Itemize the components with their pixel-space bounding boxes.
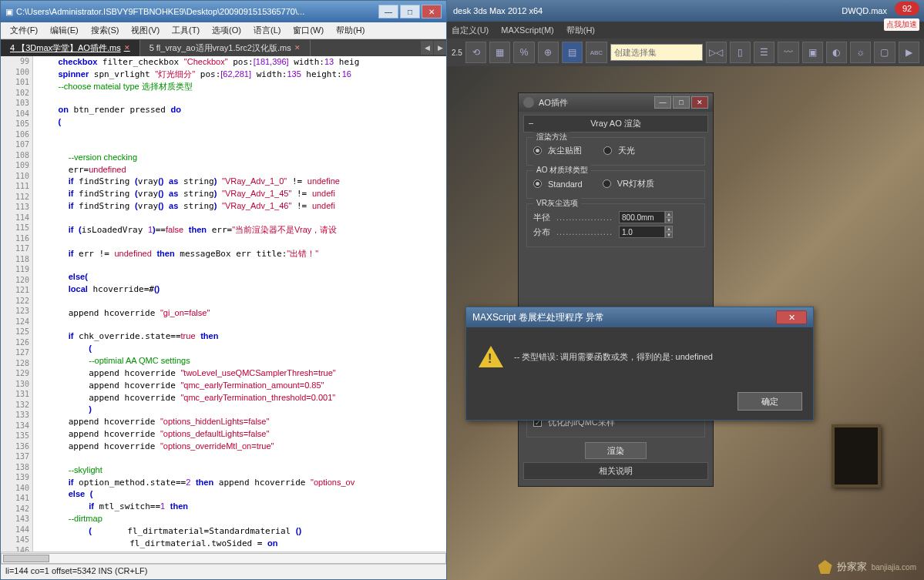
tool-render-setup-icon[interactable]: ☼ xyxy=(850,42,871,63)
snap-grid-icon[interactable]: ▦ xyxy=(489,42,510,63)
3dsmax-menu-bar: 自定义(U) MAXScript(M) 帮助(H) xyxy=(447,22,924,39)
ao-close-button[interactable]: ✕ xyxy=(691,96,708,109)
label-skylight: 天光 xyxy=(618,145,635,156)
error-footer: 确定 xyxy=(466,386,813,420)
menu-search[interactable]: 搜索(S) xyxy=(85,23,126,38)
ao-title-text: AO插件 xyxy=(539,97,654,109)
h-scrollbar[interactable] xyxy=(1,552,446,564)
dist-up-icon[interactable]: ▲ xyxy=(665,226,673,232)
3dsmax-title-bar: desk 3ds Max 2012 x64 DWQD.max xyxy=(447,0,924,22)
tabs-prev-icon[interactable]: ◀ xyxy=(421,41,433,55)
tool-curve-icon[interactable]: 〰 xyxy=(778,42,798,63)
tab-vray-ao[interactable]: 5 fl_vray_ao适用vray1.5rc2汉化版.ms✕ xyxy=(140,40,311,56)
tool-mirror-icon[interactable]: ▷◁ xyxy=(706,42,727,63)
script-close-button[interactable]: ✕ xyxy=(422,5,442,18)
radius-dn-icon[interactable]: ▼ xyxy=(665,217,673,223)
scene-photo-frame xyxy=(832,424,881,488)
tool-align-icon[interactable]: ▯ xyxy=(730,42,751,63)
group-render-method: 渲染方法 灰尘贴图 天光 xyxy=(526,137,705,166)
input-dist[interactable] xyxy=(619,226,665,238)
label-dirtmap: 灰尘贴图 xyxy=(548,145,582,156)
tab-close-icon[interactable]: ✕ xyxy=(124,44,130,52)
grp-label-method: 渲染方法 xyxy=(533,132,570,142)
render-button[interactable]: 渲染 xyxy=(585,442,647,459)
label-standard: Standard xyxy=(548,179,583,189)
script-minimize-button[interactable]: — xyxy=(378,5,398,18)
tool-render-icon[interactable]: ▶ xyxy=(899,42,919,63)
ao-section-about[interactable]: 相关说明 xyxy=(523,462,708,480)
label-vrlight: VR灯材质 xyxy=(617,178,654,189)
grp-label-dirt: VR灰尘选项 xyxy=(533,198,581,209)
ao-title-bar[interactable]: AO插件 — □ ✕ xyxy=(519,93,713,112)
watermark-url: banjiajia.com xyxy=(872,563,916,572)
radio-skylight[interactable] xyxy=(603,146,612,155)
radio-vrlight[interactable] xyxy=(603,179,611,188)
tabs-next-icon[interactable]: ▶ xyxy=(434,41,446,55)
snap-edge-icon[interactable]: ▤ xyxy=(562,42,583,63)
warning-icon xyxy=(479,344,503,369)
menu-view[interactable]: 视图(V) xyxy=(125,23,166,38)
menu-customize[interactable]: 自定义(U) xyxy=(452,25,489,36)
notification-badge[interactable]: 92 xyxy=(895,2,919,15)
menu-window[interactable]: 窗口(W) xyxy=(287,23,330,38)
snap-toggle-icon[interactable]: ⊕ xyxy=(538,42,559,63)
line-gutter: 99 100 101 102 103 104 105 106 107 108 1… xyxy=(1,56,33,552)
radio-standard[interactable] xyxy=(533,179,542,188)
error-title-bar[interactable]: MAXScript 卷展栏处理程序 异常 ✕ xyxy=(466,307,813,327)
menu-help-script[interactable]: 帮助(H) xyxy=(330,23,371,38)
ao-section-render[interactable]: –Vray AO 渲染 xyxy=(523,115,708,132)
radius-up-icon[interactable]: ▲ xyxy=(665,211,673,217)
script-status-bar: li=144 co=1 offset=5342 INS (CR+LF) xyxy=(1,564,446,579)
error-close-button[interactable]: ✕ xyxy=(776,310,807,324)
scroll-thumb[interactable] xyxy=(3,555,49,562)
menu-edit[interactable]: 编辑(E) xyxy=(44,23,85,38)
error-message: -- 类型错误: 调用需要函数或类，得到的是: undefined xyxy=(514,351,713,363)
menu-tools[interactable]: 工具(T) xyxy=(166,23,206,38)
grp-label-mtl: AO 材质球类型 xyxy=(533,165,591,176)
menu-file[interactable]: 文件(F) xyxy=(4,23,44,38)
menu-options[interactable]: 选项(O) xyxy=(206,23,247,38)
script-title-icon: ▣ xyxy=(5,7,13,17)
group-mtl-type: AO 材质球类型 Standard VR灯材质 xyxy=(526,170,705,199)
ao-minimize-button[interactable]: — xyxy=(654,96,671,109)
tool-schematic-icon[interactable]: ▣ xyxy=(802,42,823,63)
code-area[interactable]: checkbox filter_checkbox "Checkbox" pos:… xyxy=(33,56,446,552)
script-title-bar[interactable]: ▣ C:\Users\Administrator.ISBVY9FTBNOHKE9… xyxy=(1,1,446,22)
script-editor-window: ▣ C:\Users\Administrator.ISBVY9FTBNOHKE9… xyxy=(0,0,447,580)
app-title: desk 3ds Max 2012 x64 xyxy=(453,6,543,15)
ao-plugin-dialog: AO插件 — □ ✕ –Vray AO 渲染 渲染方法 灰尘贴图 天光 AO 材… xyxy=(518,92,714,487)
angle-snap-label: 2.5 xyxy=(452,49,462,57)
script-maximize-button[interactable]: □ xyxy=(400,5,420,18)
watermark-logo-icon xyxy=(818,560,832,574)
watermark: 扮家家 banjiajia.com xyxy=(818,560,916,574)
dist-dn-icon[interactable]: ▼ xyxy=(665,232,673,238)
snap-percent-icon[interactable]: % xyxy=(513,42,534,63)
selection-set-input[interactable] xyxy=(610,44,703,61)
tab-ao-plugin[interactable]: 4 【3Dmax学堂】AO插件.ms✕ xyxy=(1,40,140,56)
tool-layers-icon[interactable]: ☰ xyxy=(754,42,774,63)
tool-render-frame-icon[interactable]: ▢ xyxy=(874,42,895,63)
watermark-brand: 扮家家 xyxy=(837,560,867,574)
menu-help[interactable]: 帮助(H) xyxy=(566,25,595,36)
snap-angle-icon[interactable]: ⟲ xyxy=(465,42,486,63)
snap-abc-icon[interactable]: ABC xyxy=(586,42,606,63)
script-tabs: 4 【3Dmax学堂】AO插件.ms✕ 5 fl_vray_ao适用vray1.… xyxy=(1,39,446,56)
error-ok-button[interactable]: 确定 xyxy=(738,392,802,411)
file-title: DWQD.max xyxy=(842,6,887,15)
menu-maxscript[interactable]: MAXScript(M) xyxy=(501,25,553,35)
accel-hint[interactable]: 点我加速 xyxy=(884,18,919,31)
code-editor[interactable]: 99 100 101 102 103 104 105 106 107 108 1… xyxy=(1,56,446,552)
spinner-radius[interactable]: ▲▼ xyxy=(619,211,673,223)
label-radius: 半径 xyxy=(533,212,550,223)
tool-material-icon[interactable]: ◐ xyxy=(826,42,847,63)
radio-dirtmap[interactable] xyxy=(533,146,542,155)
input-radius[interactable] xyxy=(619,211,665,223)
ao-maximize-button[interactable]: □ xyxy=(673,96,690,109)
ao-title-icon xyxy=(523,97,534,108)
tab-close-icon[interactable]: ✕ xyxy=(294,44,301,52)
menu-lang[interactable]: 语言(L) xyxy=(247,23,287,38)
spinner-dist[interactable]: ▲▼ xyxy=(619,226,673,238)
3dsmax-toolbar: 2.5 ⟲ ▦ % ⊕ ▤ ABC ▷◁ ▯ ☰ 〰 ▣ ◐ ☼ ▢ ▶ xyxy=(447,39,924,66)
error-title-text: MAXScript 卷展栏处理程序 异常 xyxy=(472,311,776,324)
script-title-path: C:\Users\Administrator.ISBVY9FTBNOHKE9\D… xyxy=(16,7,378,16)
